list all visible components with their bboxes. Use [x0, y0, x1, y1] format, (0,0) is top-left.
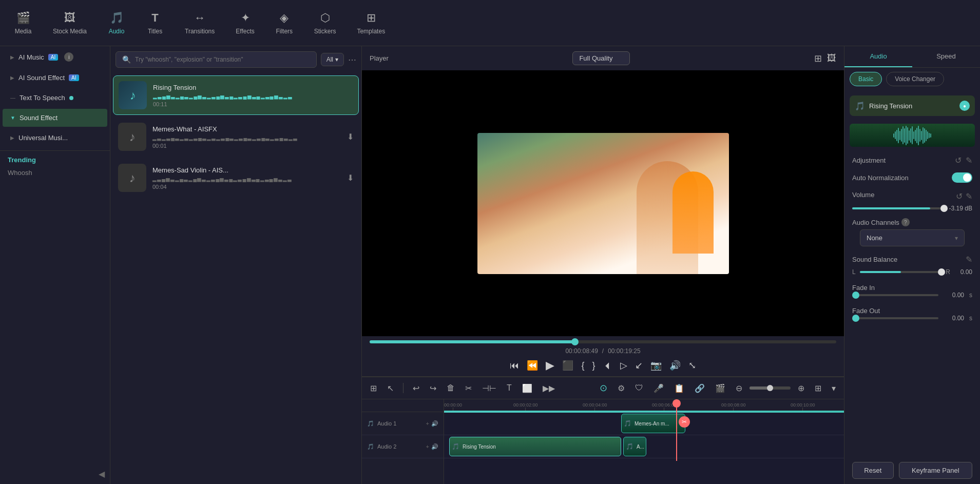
volume-edit-icon[interactable]: ✎	[966, 191, 972, 201]
text-button[interactable]: T	[504, 381, 515, 395]
audio1-add-button[interactable]: +	[426, 420, 429, 427]
delete-button[interactable]: 🗑	[444, 381, 458, 395]
waveform-bar	[906, 126, 907, 145]
filter-button[interactable]: All ▾	[321, 53, 344, 66]
nav-item-stickers[interactable]: ⬡ Stickers	[305, 7, 345, 39]
step-back-button[interactable]: ⏮	[510, 360, 519, 371]
grid-view-button[interactable]: ⊞	[814, 53, 822, 64]
mic-button[interactable]: 🎤	[650, 381, 667, 395]
sidebar-item-text-to-speech[interactable]: — Text To Speech	[3, 89, 107, 107]
fullscreen-button[interactable]: ⤡	[688, 360, 696, 371]
crop-button[interactable]: ⬜	[519, 381, 535, 395]
download-icon-memes-what[interactable]: ⬇	[347, 132, 354, 142]
loop-button[interactable]: ⬛	[562, 360, 573, 371]
sidebar-item-ai-sound-effect[interactable]: ▶ AI Sound Effect AI	[3, 69, 107, 87]
nav-item-filters[interactable]: ◈ Filters	[266, 7, 302, 39]
fade-in-slider[interactable]	[852, 294, 938, 296]
zoom-out-button[interactable]: ⊖	[733, 381, 745, 395]
audio-item-rising-tension[interactable]: ♪ Rising Tension ▂▃▄▅▃▂▄▃▂▄▅▃▂▃▄▅▃▄▂▃▄▅▃…	[113, 75, 359, 115]
shield-button[interactable]: 🛡	[632, 381, 646, 395]
edit-adjustment-icon[interactable]: ✎	[966, 156, 972, 165]
timeline-select-button[interactable]: ↖	[384, 381, 397, 395]
audio-channels-label: Audio Channels	[852, 219, 899, 226]
balance-slider[interactable]	[860, 271, 942, 273]
audio1-volume-button[interactable]: 🔊	[431, 420, 438, 427]
nav-item-effects[interactable]: ✦ Effects	[226, 7, 263, 39]
playhead[interactable]	[676, 399, 677, 461]
nav-item-media[interactable]: 🎬 Media	[5, 7, 41, 39]
progress-bar[interactable]	[370, 340, 836, 343]
waveform-bar	[921, 131, 922, 140]
nav-item-stock-media[interactable]: 🖼 Stock Media	[44, 7, 96, 39]
sound-balance-edit-icon[interactable]: ✎	[966, 255, 972, 264]
cut-marker[interactable]: ✂	[679, 416, 690, 428]
audio-item-memes-what[interactable]: ♪ Memes-What - AISFX ▂▃▂▃▄▃▂▃▂▃▄▃▂▃▂▃▄▃▂…	[113, 118, 359, 156]
quality-select[interactable]: Full Quality Half Quality	[572, 51, 630, 65]
sidebar-item-ai-music[interactable]: ▶ AI Music AI i	[3, 47, 107, 67]
more-options-button[interactable]: ⋯	[348, 55, 356, 65]
download-icon-memes-sad[interactable]: ⬇	[347, 173, 354, 183]
split-audio-button[interactable]: ⊣⊢	[479, 381, 499, 395]
mark-out-button[interactable]: }	[592, 360, 595, 371]
mark-in-button[interactable]: {	[581, 360, 584, 371]
timeline-tracks-content: 🎵 Memes-An m... ✂ 🎵 Rising Tension	[444, 412, 844, 458]
audio-item-memes-sad-violin[interactable]: ♪ Memes-Sad Violin - AIS... ▂▃▄▅▃▂▄▃▂▄▅▃…	[113, 159, 359, 197]
subtab-basic[interactable]: Basic	[850, 72, 882, 86]
audio-duration-memes-sad: 00:04	[152, 184, 341, 190]
total-time: 00:00:19:25	[608, 347, 640, 355]
search-box[interactable]: 🔍	[116, 51, 317, 68]
audio2-volume-button[interactable]: 🔊	[431, 443, 438, 450]
audio2-add-button[interactable]: +	[426, 443, 429, 450]
next-edit-button[interactable]: ▷	[620, 360, 627, 371]
volume-reset-icon[interactable]: ↺	[956, 191, 963, 201]
play-button[interactable]: ▶	[546, 359, 554, 372]
search-icon: 🔍	[122, 55, 131, 64]
reset-adjustment-icon[interactable]: ↺	[955, 156, 962, 165]
volume-slider[interactable]	[852, 207, 944, 209]
sidebar-item-sound-effect[interactable]: ▼ Sound Effect	[3, 109, 107, 127]
camera-button[interactable]: 📷	[650, 360, 662, 371]
nav-item-titles[interactable]: T Titles	[137, 7, 173, 39]
nav-item-audio[interactable]: 🎵 Audio	[99, 7, 134, 39]
plus-button[interactable]: 🎬	[712, 381, 728, 395]
image-view-button[interactable]: 🖼	[827, 53, 836, 64]
audio-clip-rising-tension[interactable]: 🎵 Rising Tension	[449, 437, 621, 456]
audio-channels-dropdown[interactable]: None ▾	[860, 229, 965, 246]
frame-back-button[interactable]: ⏪	[527, 360, 538, 371]
cut-button[interactable]: ✂	[462, 381, 475, 395]
sidebar-item-universal-music[interactable]: ▶ Universal Musi...	[3, 129, 107, 147]
trending-label[interactable]: Trending	[0, 153, 110, 166]
undo-button[interactable]: ↩	[410, 381, 422, 395]
prev-edit-button[interactable]: ⏴	[603, 360, 612, 371]
search-input[interactable]	[135, 56, 310, 63]
audio-channels-help-icon[interactable]: ?	[901, 218, 910, 226]
expand-timeline-button[interactable]: ▾	[829, 381, 839, 395]
link-button[interactable]: 🔗	[691, 381, 708, 395]
tab-audio[interactable]: Audio	[844, 46, 912, 67]
fade-out-slider[interactable]	[852, 317, 938, 319]
nav-item-templates[interactable]: ⊞ Templates	[348, 7, 394, 39]
more-tools-button[interactable]: ▶▶	[540, 381, 558, 395]
tab-speed[interactable]: Speed	[912, 46, 980, 67]
timeline-grid-button[interactable]: ⊞	[367, 381, 380, 395]
notes-button[interactable]: 📋	[671, 381, 687, 395]
auto-normalization-toggle[interactable]	[952, 172, 972, 183]
media-label: Media	[15, 28, 32, 35]
zoom-in-button[interactable]: ⊕	[795, 381, 808, 395]
grid-options-button[interactable]: ⊞	[812, 381, 824, 395]
collapse-panel-button[interactable]: ◀	[0, 464, 110, 484]
collapse-arrow-icon: ◀	[99, 469, 105, 479]
subtab-voice-changer[interactable]: Voice Changer	[886, 72, 944, 86]
nav-item-transitions[interactable]: ↔ Transitions	[176, 7, 224, 39]
track-card-toggle[interactable]: ●	[959, 101, 970, 111]
redo-button[interactable]: ↪	[427, 381, 439, 395]
settings-button[interactable]: ⚙	[614, 381, 628, 395]
reset-button[interactable]: Reset	[852, 462, 894, 479]
magnet-button[interactable]: ⊙	[597, 380, 610, 396]
audio-clip-a[interactable]: 🎵 A...	[623, 437, 646, 456]
volume-button[interactable]: 🔊	[669, 360, 681, 371]
keyframe-panel-button[interactable]: Keyframe Panel	[899, 462, 972, 479]
waveform-bar	[904, 128, 905, 143]
zoom-slider[interactable]	[750, 386, 791, 390]
insert-button[interactable]: ↙	[635, 360, 643, 371]
